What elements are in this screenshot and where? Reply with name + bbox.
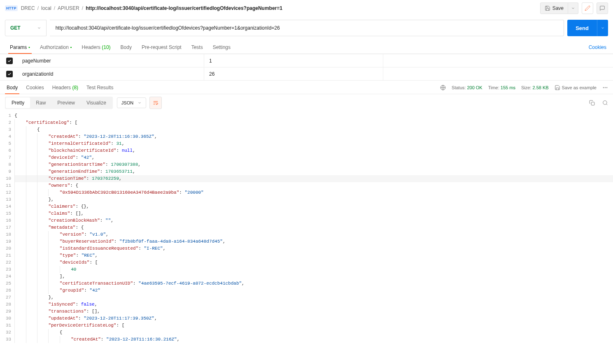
svg-point-8 bbox=[603, 101, 607, 104]
param-value[interactable]: 1 bbox=[204, 54, 383, 67]
wrap-button[interactable] bbox=[149, 97, 162, 109]
tab-params[interactable]: Params ● bbox=[5, 41, 35, 53]
comment-icon bbox=[599, 5, 605, 11]
tab-headers[interactable]: Headers (10) bbox=[77, 41, 116, 53]
chevron-down-icon bbox=[571, 6, 575, 10]
param-description[interactable] bbox=[383, 54, 613, 67]
http-badge: HTTP bbox=[5, 5, 18, 11]
method-select[interactable]: GET bbox=[5, 20, 47, 36]
breadcrumb: DREC / local / APIUSER / http://localhos… bbox=[21, 5, 537, 11]
svg-line-9 bbox=[606, 104, 608, 105]
param-key[interactable]: pageNumber bbox=[19, 54, 204, 67]
send-button[interactable]: Send bbox=[567, 20, 597, 36]
tab-tests[interactable]: Tests bbox=[186, 41, 208, 53]
tab-resp-cookies[interactable]: Cookies bbox=[22, 81, 48, 94]
chevron-down-icon bbox=[601, 26, 605, 30]
view-tabs: Pretty Raw Preview Visualize bbox=[5, 97, 113, 109]
tab-authorization[interactable]: Authorization ● bbox=[35, 41, 77, 53]
wrap-icon bbox=[153, 100, 158, 106]
breadcrumb-current: http://localhost:3040/api/certificate-lo… bbox=[86, 5, 282, 11]
response-meta: Status: 200 OK Time: 155 ms Size: 2.58 K… bbox=[440, 85, 608, 90]
save-example-button[interactable]: Save as example bbox=[555, 85, 597, 90]
save-icon bbox=[555, 85, 560, 90]
copy-icon[interactable] bbox=[589, 100, 595, 106]
response-tabs: Body Cookies Headers (8) Test Results St… bbox=[0, 81, 613, 94]
param-row[interactable]: organizationId26 bbox=[0, 67, 613, 81]
svg-point-3 bbox=[605, 87, 606, 88]
request-tabs: Params ● Authorization ● Headers (10) Bo… bbox=[0, 39, 613, 54]
url-input[interactable]: http://localhost:3040/api/certificate-lo… bbox=[50, 20, 564, 36]
save-dropdown-button[interactable] bbox=[568, 2, 578, 14]
cookies-link[interactable]: Cookies bbox=[587, 41, 608, 53]
view-pretty[interactable]: Pretty bbox=[6, 97, 30, 108]
tab-resp-body[interactable]: Body bbox=[2, 81, 22, 94]
more-icon[interactable] bbox=[602, 85, 608, 90]
param-row[interactable]: pageNumber1 bbox=[0, 54, 613, 67]
breadcrumb-l2[interactable]: APIUSER bbox=[58, 5, 79, 11]
svg-point-2 bbox=[603, 87, 604, 88]
request-bar: GET http://localhost:3040/api/certificat… bbox=[0, 16, 613, 39]
tab-resp-testresults[interactable]: Test Results bbox=[82, 81, 117, 94]
checkbox[interactable] bbox=[6, 58, 13, 64]
view-visualize[interactable]: Visualize bbox=[81, 97, 112, 108]
comment-button[interactable] bbox=[597, 2, 608, 14]
view-bar: Pretty Raw Preview Visualize JSON bbox=[0, 94, 613, 111]
breadcrumb-bar: HTTP DREC / local / APIUSER / http://loc… bbox=[0, 0, 613, 16]
edit-button[interactable] bbox=[582, 2, 593, 14]
tab-settings[interactable]: Settings bbox=[208, 41, 235, 53]
view-preview[interactable]: Preview bbox=[51, 97, 81, 108]
save-button[interactable]: Save bbox=[540, 2, 568, 14]
code-viewer[interactable]: 1234567891011121314151617181920212223242… bbox=[0, 111, 613, 356]
pencil-icon bbox=[585, 5, 590, 11]
chevron-down-icon bbox=[37, 26, 41, 30]
svg-point-4 bbox=[606, 87, 607, 88]
param-key[interactable]: organizationId bbox=[19, 67, 204, 80]
checkbox[interactable] bbox=[6, 71, 13, 77]
save-icon bbox=[545, 5, 550, 11]
tab-body[interactable]: Body bbox=[116, 41, 137, 53]
format-select[interactable]: JSON bbox=[117, 97, 146, 108]
globe-icon[interactable] bbox=[440, 85, 446, 90]
param-value[interactable]: 26 bbox=[204, 67, 383, 80]
tab-prerequest[interactable]: Pre-request Script bbox=[137, 41, 186, 53]
params-table: pageNumber1organizationId26 bbox=[0, 54, 613, 81]
search-icon[interactable] bbox=[602, 100, 608, 106]
chevron-down-icon bbox=[138, 101, 142, 105]
view-raw[interactable]: Raw bbox=[30, 97, 51, 108]
tab-resp-headers[interactable]: Headers (8) bbox=[48, 81, 82, 94]
send-dropdown-button[interactable] bbox=[597, 20, 608, 36]
breadcrumb-root[interactable]: DREC bbox=[21, 5, 35, 11]
svg-rect-7 bbox=[591, 102, 594, 105]
breadcrumb-l1[interactable]: local bbox=[41, 5, 51, 11]
param-description[interactable] bbox=[383, 67, 613, 80]
